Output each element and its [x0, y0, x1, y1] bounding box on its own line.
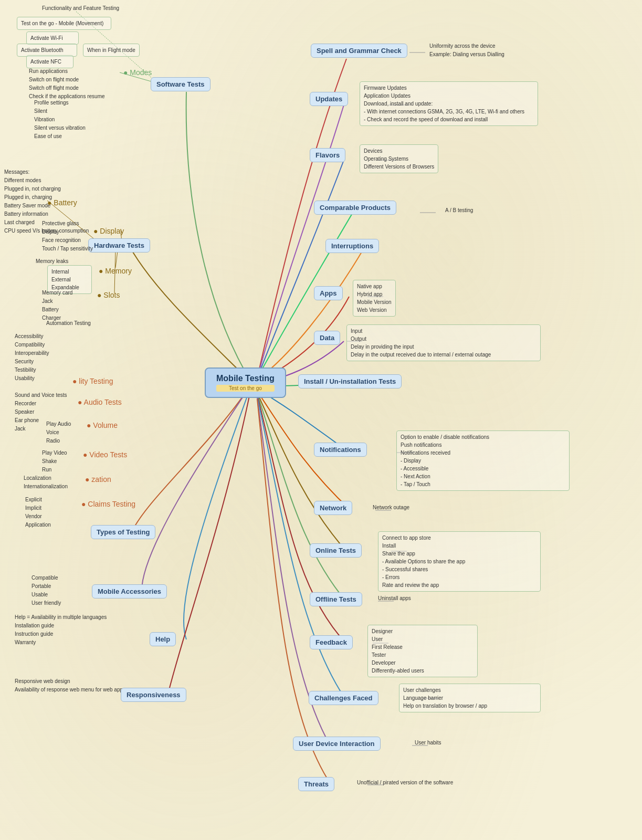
challenges-box: Challenges Faced: [309, 691, 378, 705]
functionality-label: Functionality and Feature Testing: [42, 4, 119, 13]
functionality-text: Functionality and Feature Testing: [42, 5, 119, 11]
updates-label: Updates: [315, 95, 342, 103]
feedback-box: Feedback: [310, 635, 353, 649]
help-detail: Help = Availability in multiple language…: [15, 613, 107, 647]
updates-box: Updates: [310, 92, 348, 106]
flavors-box: Flavors: [310, 148, 345, 162]
challenges-node: Challenges Faced: [309, 691, 378, 705]
spell-grammar-detail: Uniformity across the device Example: Di…: [429, 42, 504, 59]
activate-nfc-box: Activate NFC: [26, 55, 73, 68]
types-testing-box: Types of Testing: [91, 525, 155, 539]
user-device-detail: User habits: [415, 739, 441, 747]
localization-dot: ● zation: [85, 475, 111, 484]
flight-mode-box: When in Flight mode: [83, 44, 140, 57]
comparable-node: Comparable Products: [314, 201, 396, 215]
modes-dot: ● Modes: [123, 68, 152, 77]
test-on-go-box: Test on the go - Mobile (Movement): [17, 17, 111, 30]
apps-detail: Native app Hybrid app Mobile Version Web…: [353, 280, 396, 317]
user-device-node: User Device Interaction: [293, 737, 381, 751]
volume-detail: Play Audio Voice Radio: [46, 420, 71, 445]
flavors-label: Flavors: [315, 151, 340, 159]
network-node: Network: [314, 501, 352, 515]
challenges-detail: User challenges Language barrier Help on…: [399, 684, 541, 712]
audio-dot: ● Audio Tests: [78, 398, 122, 406]
responsiveness-node: Responsiveness: [121, 688, 186, 702]
comparable-detail: A / B testing: [445, 206, 473, 215]
network-detail: Network outage: [373, 503, 409, 512]
threats-detail: Unofficial / pirated version of the soft…: [357, 779, 453, 787]
offline-box: Offline Tests: [310, 592, 362, 606]
help-box: Help: [150, 632, 176, 646]
offline-node: Offline Tests: [310, 592, 362, 606]
flight-mode-text: When in Flight mode: [87, 47, 135, 53]
test-on-go-text: Test on the go - Mobile (Movement): [21, 20, 103, 26]
updates-node: Updates: [310, 92, 348, 106]
flavors-detail: Devices Operating Systems Different Vers…: [360, 144, 438, 173]
online-box: Online Tests: [310, 543, 362, 558]
connections-svg: [0, 0, 642, 840]
install-box: Install / Un-installation Tests: [298, 374, 402, 388]
online-node: Online Tests: [310, 543, 362, 558]
feedback-detail: Designer User First Release Tester Devel…: [367, 625, 478, 677]
notifications-detail: Option to enable / disable notifications…: [396, 430, 570, 491]
feedback-label: Feedback: [315, 638, 347, 646]
data-detail: Input Output Delay in providing the inpu…: [346, 324, 541, 361]
data-box: Data: [314, 331, 340, 345]
data-node: Data: [314, 331, 340, 345]
center-subtitle: Test on the go: [216, 385, 275, 392]
apps-box: Apps: [314, 286, 343, 300]
activate-wifi-box: Activate Wi-Fi: [26, 32, 79, 45]
hardware-tests-box: Hardware Tests: [88, 238, 150, 253]
software-tests-box: Software Tests: [151, 77, 211, 91]
comparable-box: Comparable Products: [314, 201, 396, 215]
feedback-node: Feedback: [310, 635, 353, 649]
network-box: Network: [314, 501, 352, 515]
accessories-detail: Compatible Portable Usable User friendly: [31, 574, 61, 607]
volume-dot: ● Volume: [87, 421, 118, 429]
install-label: Install / Un-installation Tests: [304, 377, 396, 385]
notifications-node: Notifications: [314, 443, 367, 457]
responsive-detail: Responsive web design Availability of re…: [15, 677, 125, 694]
user-device-box: User Device Interaction: [293, 737, 381, 751]
notifications-box: Notifications: [314, 443, 367, 457]
interruptions-box: Interruptions: [325, 239, 379, 253]
battery-dot: ● Battery: [47, 198, 77, 207]
flavors-node: Flavors: [310, 148, 345, 162]
memory-detail: Memory leaks: [36, 257, 68, 266]
interruptions-label: Interruptions: [331, 242, 373, 250]
network-label: Network: [320, 504, 346, 512]
challenges-label: Challenges Faced: [314, 694, 373, 702]
display-detail: Protective glass Display Face recognitio…: [42, 219, 93, 253]
activate-wifi-text: Activate Wi-Fi: [30, 35, 63, 41]
accessories-label: Mobile Accessories: [98, 587, 161, 595]
hardware-tests-label: Hardware Tests: [94, 242, 144, 249]
install-node: Install / Un-installation Tests: [298, 374, 402, 388]
interruptions-node: Interruptions: [325, 239, 379, 253]
online-detail: Connect to app store Install Share the a…: [378, 531, 541, 592]
types-testing-label: Types of Testing: [97, 528, 150, 536]
threats-node: Threats: [298, 777, 334, 791]
software-tests-label: Software Tests: [156, 80, 205, 88]
video-detail: Play Video Shake Run: [42, 449, 67, 474]
video-dot: ● Video Tests: [83, 450, 127, 459]
spell-grammar-box: Spell and Grammar Check: [311, 44, 407, 58]
threats-label: Threats: [304, 780, 329, 788]
offline-label: Offline Tests: [315, 595, 356, 603]
activate-nfc-text: Activate NFC: [30, 59, 61, 65]
help-node: Help: [150, 632, 176, 646]
slots-dot: ● Slots: [97, 291, 120, 299]
automation-label: Automation Testing: [46, 319, 91, 328]
responsiveness-label: Responsiveness: [127, 691, 181, 699]
display-dot: ● Display: [93, 227, 124, 235]
data-label: Data: [320, 334, 334, 342]
activate-bluetooth-text: Activate Bluetooth: [21, 47, 64, 53]
hardware-tests-node: Hardware Tests: [88, 238, 150, 253]
ability-dot: ● lity Testing: [72, 377, 113, 385]
profile-detail: Profile settings Silent Vibration Silent…: [34, 99, 86, 141]
modes-detail: Run applications Switch on flight mode S…: [29, 67, 105, 101]
apps-node: Apps: [314, 286, 343, 300]
center-node: Mobile Testing Test on the go: [205, 368, 286, 398]
center-label: Mobile Testing: [216, 374, 275, 383]
responsiveness-box: Responsiveness: [121, 688, 186, 702]
mindmap-container: Mobile Testing Test on the go Functional…: [0, 0, 642, 840]
